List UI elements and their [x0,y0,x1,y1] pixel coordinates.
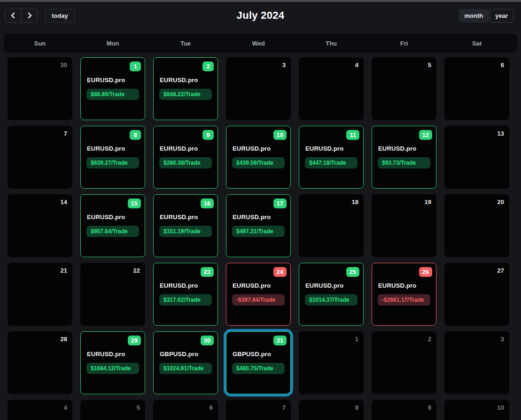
day-cell[interactable]: 5 [372,57,436,120]
day-cell[interactable]: 18 [299,194,364,257]
day-cell[interactable]: 2EURUSD.pro$848.22/Trade [153,57,218,120]
weekday-label: Thu [299,40,364,47]
day-cell[interactable]: 10 [444,400,509,420]
weekday-label: Mon [80,40,145,47]
day-cell[interactable]: 26EURUSD.pro-$2661.17/Trade [372,263,436,326]
day-cell[interactable]: 4 [8,400,72,420]
pnl-per-trade-badge: $497.21/Trade [232,226,285,237]
day-cell[interactable]: 16EURUSD.pro$151.19/Trade [153,194,218,257]
day-cell[interactable]: 9 [372,400,436,420]
day-number-badge: 25 [346,267,359,277]
day-cell[interactable]: 6 [444,57,509,120]
day-cell-selected[interactable]: 31GBPUSD.pro$480.75/Trade [226,331,291,394]
symbol-label: EURUSD.pro [160,145,198,152]
calendar-grid: 301EURUSD.pro$88.80/Trade2EURUSD.pro$848… [0,57,521,420]
day-cell[interactable]: 17EURUSD.pro$497.21/Trade [226,194,291,257]
day-cell[interactable]: 1EURUSD.pro$88.80/Trade [80,57,145,120]
weekday-header: SunMonTueWedThuFriSat [4,34,517,53]
day-cell[interactable]: 23EURUSD.pro$317.62/Trade [153,263,218,326]
day-cell[interactable]: 14 [8,194,72,257]
day-cell[interactable]: 7 [226,400,291,420]
day-cell[interactable]: 4 [299,57,364,120]
symbol-label: EURUSD.pro [87,145,125,152]
day-cell[interactable]: 24EURUSD.pro-$397.84/Trade [226,263,291,326]
symbol-label: EURUSD.pro [233,214,271,221]
day-number-badge: 1 [130,61,141,71]
view-toggle: month year [459,9,513,23]
day-number: 4 [64,404,67,411]
pnl-per-trade-badge: $957.64/Trade [86,226,139,237]
day-cell[interactable]: 6 [153,400,218,420]
weekday-label: Sat [444,40,509,47]
today-button[interactable]: today [45,9,75,23]
pnl-per-trade-badge: -$397.84/Trade [232,294,285,305]
day-cell[interactable]: 1 [299,331,364,394]
day-number: 2 [428,336,431,343]
day-number-badge: 16 [201,199,214,208]
day-cell[interactable]: 15EURUSD.pro$957.64/Trade [80,194,145,257]
day-number: 22 [133,267,140,274]
day-number: 6 [210,404,213,411]
day-cell[interactable]: 22 [80,263,145,326]
prev-month-button[interactable] [5,8,21,23]
view-month-button[interactable]: month [459,9,489,23]
day-cell[interactable]: 30 [8,57,72,120]
symbol-label: GBPUSD.pro [233,351,271,358]
pnl-per-trade-badge: $439.59/Trade [232,157,285,168]
day-cell[interactable]: 20 [444,194,509,257]
view-year-button[interactable]: year [490,9,513,23]
pnl-per-trade-badge: $280.38/Trade [159,157,212,168]
day-cell[interactable]: 27 [444,263,509,326]
next-month-button[interactable] [21,8,37,23]
day-cell[interactable]: 8EURUSD.pro$639.27/Trade [80,126,145,189]
day-number: 9 [428,404,431,411]
pnl-per-trade-badge: $151.19/Trade [159,226,212,237]
day-number: 18 [352,199,358,206]
day-cell[interactable]: 12EURUSD.pro$93.73/Trade [372,126,436,189]
symbol-label: EURUSD.pro [233,282,271,289]
day-number-badge: 29 [128,336,141,345]
day-number: 28 [61,336,67,343]
calendar-toolbar: today July 2024 month year [0,2,521,29]
symbol-label: EURUSD.pro [160,76,198,84]
day-cell[interactable]: 25EURUSD.pro$1014.37/Trade [299,263,364,326]
day-cell[interactable]: 3 [226,57,291,120]
day-cell[interactable]: 30GBPUSD.pro$1024.91/Trade [153,331,218,394]
day-cell[interactable]: 8 [299,400,364,420]
symbol-label: EURUSD.pro [305,282,343,289]
pnl-per-trade-badge: $639.27/Trade [86,157,139,168]
symbol-label: EURUSD.pro [87,76,125,84]
day-number-badge: 9 [202,130,214,140]
day-cell[interactable]: 13 [444,126,509,189]
day-cell[interactable]: 10EURUSD.pro$439.59/Trade [226,126,291,189]
day-number-badge: 11 [346,130,359,140]
day-number: 20 [498,199,504,206]
day-number: 7 [64,130,67,137]
day-cell[interactable]: 19 [372,194,436,257]
day-number-badge: 12 [419,130,432,140]
day-cell[interactable]: 7 [8,126,72,189]
pnl-per-trade-badge: $1014.37/Trade [305,294,358,305]
symbol-label: EURUSD.pro [233,145,271,152]
day-number: 30 [61,61,67,69]
pnl-per-trade-badge: $447.18/Trade [305,157,358,168]
symbol-label: EURUSD.pro [378,145,416,152]
day-cell[interactable]: 29EURUSD.pro$1684.12/Trade [80,331,145,394]
calendar-title: July 2024 [0,9,521,22]
symbol-label: EURUSD.pro [87,351,125,358]
day-cell[interactable]: 3 [444,331,509,394]
weekday-label: Wed [226,40,291,47]
day-cell[interactable]: 21 [8,263,72,326]
day-number: 5 [428,61,431,69]
day-cell[interactable]: 9EURUSD.pro$280.38/Trade [153,126,218,189]
day-cell[interactable]: 28 [8,331,72,394]
day-number: 21 [61,267,67,274]
symbol-label: EURUSD.pro [160,214,198,221]
day-number: 19 [425,199,431,206]
chevron-left-icon [10,12,16,19]
day-cell[interactable]: 11EURUSD.pro$447.18/Trade [299,126,364,189]
day-number-badge: 2 [202,61,214,71]
weekday-label: Tue [153,40,218,47]
day-cell[interactable]: 2 [372,331,436,394]
day-cell[interactable]: 5 [80,400,145,420]
